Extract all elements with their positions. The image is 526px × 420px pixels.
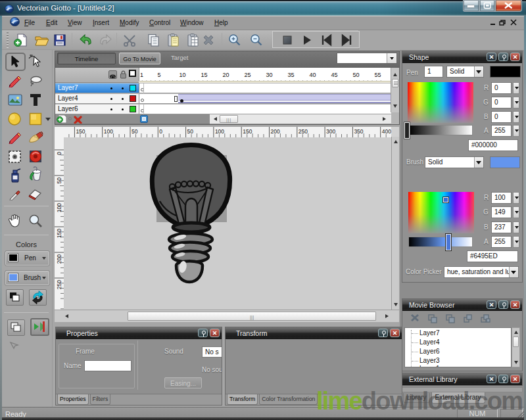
svg-text:45: 45 bbox=[331, 72, 337, 78]
svg-text:200: 200 bbox=[56, 254, 62, 264]
svg-text:150: 150 bbox=[243, 128, 252, 135]
svg-text:0: 0 bbox=[56, 152, 62, 155]
svg-text:50: 50 bbox=[132, 128, 138, 135]
svg-text:200: 200 bbox=[271, 128, 280, 135]
svg-text:250: 250 bbox=[56, 280, 62, 289]
svg-text:100: 100 bbox=[104, 128, 113, 135]
svg-text:100: 100 bbox=[56, 203, 62, 212]
svg-text:300: 300 bbox=[326, 128, 335, 135]
svg-text:20: 20 bbox=[222, 72, 229, 78]
svg-text:25: 25 bbox=[244, 72, 251, 78]
svg-text:0: 0 bbox=[159, 128, 162, 135]
svg-text:10: 10 bbox=[179, 72, 185, 78]
svg-text:40: 40 bbox=[309, 72, 316, 78]
svg-text:35: 35 bbox=[287, 72, 294, 78]
svg-text:250: 250 bbox=[299, 128, 308, 135]
svg-text:150: 150 bbox=[56, 229, 62, 238]
svg-text:30: 30 bbox=[266, 72, 272, 78]
svg-text:100: 100 bbox=[215, 128, 224, 135]
svg-text:400: 400 bbox=[382, 128, 391, 135]
svg-text:5: 5 bbox=[157, 72, 160, 78]
svg-text:150: 150 bbox=[76, 128, 85, 135]
svg-text:1: 1 bbox=[140, 72, 143, 78]
svg-text:50: 50 bbox=[352, 72, 359, 78]
svg-text:15: 15 bbox=[201, 72, 207, 78]
svg-text:350: 350 bbox=[354, 128, 363, 135]
svg-text:55: 55 bbox=[374, 72, 381, 78]
svg-text:50: 50 bbox=[187, 128, 194, 135]
